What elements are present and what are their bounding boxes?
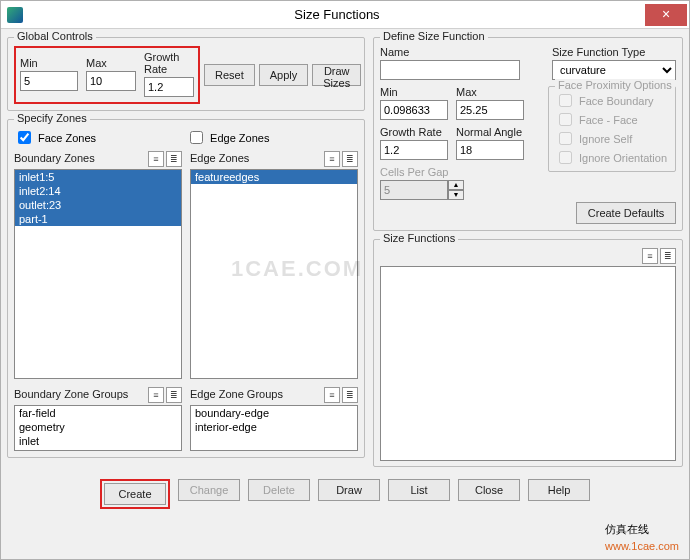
edge-zone-groups-label: Edge Zone Groups <box>190 388 283 400</box>
list-item[interactable]: far-field <box>15 406 181 420</box>
def-max-input[interactable] <box>456 100 524 120</box>
size-functions-title: Size Functions <box>380 232 458 244</box>
watermark-url: www.1cae.com <box>605 540 679 552</box>
fp-ignore-orientation: Ignore Orientation <box>555 148 669 167</box>
spinner-down-icon: ▼ <box>448 190 464 200</box>
list-item[interactable]: featureedges <box>191 170 357 184</box>
list-item[interactable]: outlet:23 <box>15 198 181 212</box>
select-all-icon[interactable]: ≡ <box>324 151 340 167</box>
global-min-input[interactable] <box>20 71 78 91</box>
titlebar: Size Functions × <box>1 1 689 29</box>
help-button[interactable]: Help <box>528 479 590 501</box>
deselect-all-icon[interactable]: ≣ <box>342 151 358 167</box>
spinner-up-icon: ▲ <box>448 180 464 190</box>
fp-face-boundary: Face Boundary <box>555 91 669 110</box>
global-gr-label: Growth Rate <box>144 51 194 75</box>
edge-zones-list[interactable]: featureedges <box>190 169 358 379</box>
edge-zone-groups-list[interactable]: boundary-edge interior-edge <box>190 405 358 451</box>
change-button: Change <box>178 479 240 501</box>
global-min-label: Min <box>20 57 78 69</box>
window: Size Functions × Global Controls Min <box>0 0 690 560</box>
face-zones-check[interactable] <box>18 131 31 144</box>
face-proximity-title: Face Proximity Options <box>555 79 675 91</box>
global-max-input[interactable] <box>86 71 136 91</box>
create-defaults-button[interactable]: Create Defaults <box>576 202 676 224</box>
deselect-all-icon[interactable]: ≣ <box>660 248 676 264</box>
size-functions-group: Size Functions ≡ ≣ <box>373 239 683 467</box>
list-item[interactable]: inlet2:14 <box>15 184 181 198</box>
close-button[interactable]: × <box>645 4 687 26</box>
def-min-label: Min <box>380 86 448 98</box>
define-sf-title: Define Size Function <box>380 30 488 42</box>
select-all-icon[interactable]: ≡ <box>148 387 164 403</box>
name-input[interactable] <box>380 60 520 80</box>
normal-angle-input[interactable] <box>456 140 524 160</box>
boundary-zone-groups-list[interactable]: far-field geometry inlet <box>14 405 182 451</box>
watermark-cn: 仿真在线 <box>605 523 649 535</box>
def-gr-label: Growth Rate <box>380 126 448 138</box>
close-footer-button[interactable]: Close <box>458 479 520 501</box>
list-item[interactable]: part-1 <box>15 212 181 226</box>
cells-per-gap-label: Cells Per Gap <box>380 166 536 178</box>
specify-zones-group: Specify Zones Face Zones Edge Zones Bou <box>7 119 365 458</box>
draw-sizes-button[interactable]: Draw Sizes <box>312 64 361 86</box>
specify-zones-title: Specify Zones <box>14 112 90 124</box>
def-max-label: Max <box>456 86 524 98</box>
window-title: Size Functions <box>29 7 645 22</box>
global-gr-input[interactable] <box>144 77 194 97</box>
global-controls-title: Global Controls <box>14 30 96 42</box>
list-button[interactable]: List <box>388 479 450 501</box>
cells-per-gap-input <box>380 180 448 200</box>
def-min-input[interactable] <box>380 100 448 120</box>
body: Global Controls Min Max <box>1 29 689 473</box>
name-label: Name <box>380 46 542 58</box>
watermark-footer: 仿真在线 www.1cae.com <box>605 520 679 553</box>
normal-angle-label: Normal Angle <box>456 126 524 138</box>
delete-button: Delete <box>248 479 310 501</box>
select-all-icon[interactable]: ≡ <box>642 248 658 264</box>
list-item[interactable]: geometry <box>15 420 181 434</box>
reset-button[interactable]: Reset <box>204 64 255 86</box>
face-zones-checkbox[interactable]: Face Zones <box>14 128 96 147</box>
boundary-zone-groups-label: Boundary Zone Groups <box>14 388 128 400</box>
select-all-icon[interactable]: ≡ <box>324 387 340 403</box>
deselect-all-icon[interactable]: ≣ <box>342 387 358 403</box>
list-item[interactable]: boundary-edge <box>191 406 357 420</box>
size-functions-list[interactable] <box>380 266 676 461</box>
deselect-all-icon[interactable]: ≣ <box>166 151 182 167</box>
edge-zones-checkbox[interactable]: Edge Zones <box>186 128 269 147</box>
create-button[interactable]: Create <box>104 483 166 505</box>
select-all-icon[interactable]: ≡ <box>148 151 164 167</box>
app-icon <box>7 7 23 23</box>
face-proximity-group: Face Proximity Options Face Boundary Fac… <box>548 86 676 172</box>
edge-zones-list-label: Edge Zones <box>190 152 249 164</box>
footer: Create Change Delete Draw List Close Hel… <box>1 473 689 517</box>
deselect-all-icon[interactable]: ≣ <box>166 387 182 403</box>
list-item[interactable]: inlet1:5 <box>15 170 181 184</box>
define-sf-group: Define Size Function Name Size Function … <box>373 37 683 231</box>
def-gr-input[interactable] <box>380 140 448 160</box>
fp-ignore-self: Ignore Self <box>555 129 669 148</box>
boundary-zones-list[interactable]: inlet1:5 inlet2:14 outlet:23 part-1 <box>14 169 182 379</box>
left-column: Global Controls Min Max <box>7 33 365 467</box>
global-controls-group: Global Controls Min Max <box>7 37 365 111</box>
right-column: Define Size Function Name Size Function … <box>373 33 683 467</box>
list-item[interactable]: interior-edge <box>191 420 357 434</box>
fp-face-face: Face - Face <box>555 110 669 129</box>
edge-zones-check[interactable] <box>190 131 203 144</box>
face-zones-label: Face Zones <box>38 132 96 144</box>
global-max-label: Max <box>86 57 136 69</box>
draw-button[interactable]: Draw <box>318 479 380 501</box>
boundary-zones-label: Boundary Zones <box>14 152 95 164</box>
apply-button[interactable]: Apply <box>259 64 309 86</box>
edge-zones-label: Edge Zones <box>210 132 269 144</box>
sf-type-select[interactable]: curvature <box>552 60 676 80</box>
list-item[interactable]: inlet <box>15 434 181 448</box>
global-highlight: Min Max Growth Rate <box>14 46 200 104</box>
sf-type-label: Size Function Type <box>552 46 676 58</box>
